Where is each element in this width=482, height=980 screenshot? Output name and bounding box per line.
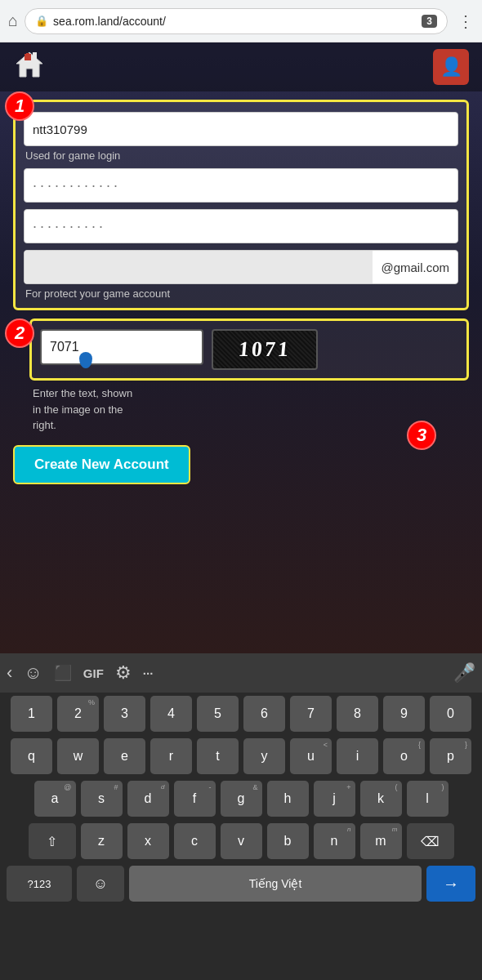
key-q[interactable]: q [11,738,52,774]
key-n[interactable]: nn [314,823,355,859]
key-f[interactable]: f- [174,781,216,817]
key-l[interactable]: l) [407,781,449,817]
key-1[interactable]: 1 [11,696,52,732]
key-backspace[interactable]: ⌫ [407,823,454,859]
url-bar[interactable]: 🔒 sea.rom.land/account/ 3 [25,8,448,34]
keyboard-asdf-row: a@ s# dd f- g& h j+ k( l) [3,781,479,817]
keyboard-gif-button[interactable]: GIF [83,666,104,680]
key-o[interactable]: o{ [383,738,425,774]
key-y[interactable]: y [243,738,285,774]
key-g[interactable]: g& [221,781,262,817]
keyboard-back-button[interactable]: ‹ [7,662,12,684]
nav-user-button[interactable]: 👤 [433,49,469,85]
key-emoji[interactable]: ☺ [77,866,124,902]
keyboard-zxcv-row: ⇧ z x c v b nn mm ⌫ [3,823,479,859]
nav-home-button[interactable] [13,51,46,83]
keyboard-number-row: 1 2% 3 4 5 6 7 8 9 0 [3,696,479,732]
keyboard-toolbar: ‹ ☺ ⬛ GIF ⚙ ··· 🎤 [0,653,482,693]
key-4[interactable]: 4 [150,696,192,732]
key-7[interactable]: 7 [290,696,332,732]
protect-hint: For protect your game account [25,287,458,300]
keyboard-settings-button[interactable]: ⚙ [115,662,132,684]
key-u[interactable]: u< [290,738,332,774]
keyboard-rows: 1 2% 3 4 5 6 7 8 9 0 q w e r t y u< i o{… [0,693,482,905]
username-input[interactable] [24,112,458,146]
user-icon: 👤 [440,56,462,78]
url-text: sea.rom.land/account/ [53,15,166,28]
keyboard-more-button[interactable]: ··· [143,666,154,680]
key-v[interactable]: v [221,823,262,859]
key-5[interactable]: 5 [197,696,239,732]
key-8[interactable]: 8 [337,696,378,732]
keyboard-area: ‹ ☺ ⬛ GIF ⚙ ··· 🎤 1 2% 3 4 5 6 7 8 9 0 q… [0,653,482,980]
top-nav: 👤 [0,42,482,91]
captcha-row: 1071 [29,318,469,381]
email-row: @gmail.com [24,250,458,284]
key-x[interactable]: x [127,823,169,859]
password-input[interactable] [24,168,458,203]
captcha-section: 2 1071 Enter the text, shown in the imag… [13,318,469,434]
key-j[interactable]: j+ [314,781,355,817]
keyboard-bottom-row: ?123 ☺ Tiếng Việt → [3,866,479,902]
lock-icon: 🔒 [35,15,48,27]
svg-rect-2 [26,53,29,57]
confirm-password-input[interactable] [24,209,458,243]
keyboard-clipboard-button[interactable]: ⬛ [54,664,72,682]
key-2[interactable]: 2% [57,696,99,732]
key-b[interactable]: b [267,823,309,859]
key-t[interactable]: t [197,738,239,774]
key-special[interactable]: ?123 [7,866,72,902]
house-icon [15,51,44,84]
key-w[interactable]: w [57,738,99,774]
key-m[interactable]: mm [360,823,402,859]
key-0[interactable]: 0 [430,696,471,732]
captcha-text: 1071 [238,337,292,362]
key-p[interactable]: p} [430,738,471,774]
registration-form: 1 Used for game login @gmail.com For pro… [13,100,469,310]
keyboard-emoji-button[interactable]: ☺ [24,662,42,684]
key-e[interactable]: e [104,738,145,774]
key-i[interactable]: i [337,738,378,774]
step-3-badge: 3 [407,421,436,450]
captcha-image: 1071 [212,329,318,370]
key-s[interactable]: s# [81,781,123,817]
key-d[interactable]: dd [127,781,169,817]
browser-menu-icon[interactable]: ⋮ [457,11,474,31]
captcha-hint: Enter the text, shown in the image on th… [33,385,469,434]
username-hint: Used for game login [25,149,458,162]
form-box: Used for game login @gmail.com For prote… [13,100,469,310]
tab-count-badge[interactable]: 3 [422,15,437,28]
key-h[interactable]: h [267,781,309,817]
key-shift[interactable]: ⇧ [29,823,76,859]
step-2-badge: 2 [5,318,34,348]
key-6[interactable]: 6 [243,696,285,732]
cursor-drop [79,352,92,368]
email-prefix-input[interactable] [25,251,373,283]
key-k[interactable]: k( [360,781,402,817]
browser-bar: ⌂ 🔒 sea.rom.land/account/ 3 ⋮ [0,0,482,42]
key-9[interactable]: 9 [383,696,425,732]
email-suffix: @gmail.com [373,261,457,274]
key-r[interactable]: r [150,738,192,774]
key-a[interactable]: a@ [34,781,76,817]
key-space[interactable]: Tiếng Việt [129,866,422,902]
button-section: 3 Create New Account [13,445,469,484]
step-1-badge: 1 [5,91,34,121]
key-enter[interactable]: → [426,866,475,902]
key-z[interactable]: z [81,823,123,859]
key-c[interactable]: c [174,823,216,859]
browser-home-icon[interactable]: ⌂ [8,11,18,30]
captcha-input[interactable] [40,329,203,365]
keyboard-mic-button[interactable]: 🎤 [453,662,475,684]
keyboard-qwerty-row: q w e r t y u< i o{ p} [3,738,479,774]
page-content: 👤 1 Used for game login @gmail.com For p… [0,42,482,653]
create-account-button[interactable]: Create New Account [13,445,190,484]
key-3[interactable]: 3 [104,696,145,732]
svg-rect-3 [33,52,37,59]
